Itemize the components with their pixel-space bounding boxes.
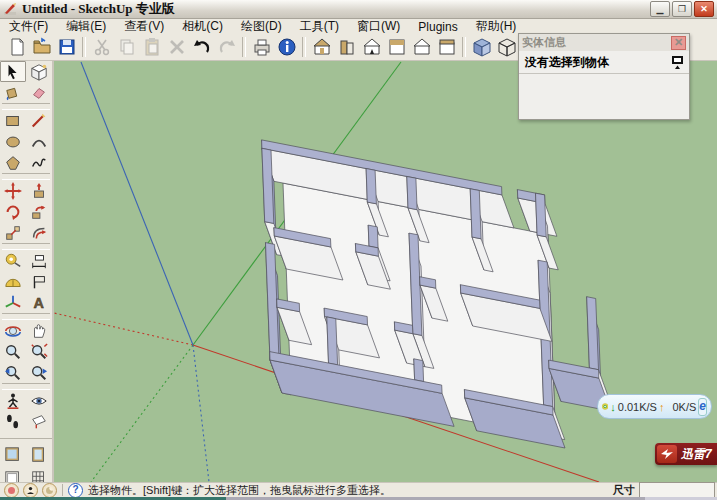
window-glass-icon: [4, 446, 22, 464]
palette-separator: [2, 173, 50, 180]
sketchup-window: { "window": { "title": "Untitled - Sketc…: [0, 0, 717, 500]
scale-tool-button[interactable]: [0, 222, 26, 243]
open-button[interactable]: [29, 35, 54, 59]
window-framed-button[interactable]: [26, 443, 52, 467]
up-arrow-icon: ↑: [659, 401, 665, 413]
zoom-extents-tool-button[interactable]: [26, 341, 52, 362]
window-framed-icon: [30, 446, 48, 464]
line-tool-button[interactable]: [26, 110, 52, 131]
save-button[interactable]: [54, 35, 79, 59]
wall-7-top: [368, 225, 378, 248]
freehand-tool-button[interactable]: [26, 152, 52, 173]
polygon-icon: [4, 154, 22, 172]
text3d-icon: A: [30, 294, 48, 312]
wall-20-top: [327, 317, 338, 365]
svg-text:A: A: [34, 295, 45, 311]
model-badge-icon[interactable]: [42, 483, 57, 498]
tape-tool-button[interactable]: [0, 250, 26, 271]
position-camera-tool-button[interactable]: [0, 390, 26, 411]
wall-2-top: [536, 193, 547, 237]
rectangle-tool-button[interactable]: [0, 110, 26, 131]
view-section-button[interactable]: [434, 35, 459, 59]
minimize-button[interactable]: ▁: [650, 1, 670, 17]
position-camera-icon: [4, 392, 22, 410]
view-left-button[interactable]: [334, 35, 359, 59]
dimension-tool-button[interactable]: [26, 250, 52, 271]
select-tool-button[interactable]: [0, 61, 26, 82]
menu-item-8[interactable]: Plugins: [409, 19, 466, 35]
app-icon: [3, 2, 17, 16]
zoom-previous-tool-button[interactable]: [0, 362, 26, 383]
credit-badge-icon[interactable]: [23, 483, 38, 498]
view-back-button[interactable]: [409, 35, 434, 59]
thunder-launcher[interactable]: 迅雷7: [655, 443, 717, 465]
circle-tool-button[interactable]: [0, 131, 26, 152]
tool-palette: A: [0, 61, 54, 482]
scale-icon: [4, 224, 22, 242]
orbit-tool-button[interactable]: [0, 320, 26, 341]
thunder-label: 迅雷7: [681, 446, 712, 463]
paint-tool-button[interactable]: [0, 82, 26, 103]
cut-icon: [92, 37, 112, 57]
component-icon: [30, 63, 48, 81]
blue-axis: [81, 62, 193, 345]
pan-tool-button[interactable]: [26, 320, 52, 341]
copy-button: [114, 35, 139, 59]
view-iso-button[interactable]: [309, 35, 334, 59]
zoom-next-tool-button[interactable]: [26, 362, 52, 383]
view-top-button[interactable]: [384, 35, 409, 59]
arc-tool-button[interactable]: [26, 131, 52, 152]
measurement-input[interactable]: [639, 482, 715, 498]
download-speed-widget[interactable]: ↓ 0.01K/S ↑ 0K/S e: [597, 394, 712, 419]
section-plane-tool-button[interactable]: [26, 411, 52, 432]
zoom-tool-button[interactable]: [0, 341, 26, 362]
entity-info-title: 实体信息: [522, 35, 566, 50]
upload-speed-value: 0K/S: [672, 401, 696, 413]
new-button[interactable]: [4, 35, 29, 59]
walk-tool-button[interactable]: [0, 411, 26, 432]
entity-info-titlebar[interactable]: 实体信息 ✕: [519, 34, 689, 51]
component-tool-button[interactable]: [26, 61, 52, 82]
rotate-tool-button[interactable]: [0, 201, 26, 222]
zoom-previous-icon: [4, 364, 22, 382]
details-toggle-icon[interactable]: [671, 55, 684, 71]
text-tool-button[interactable]: [26, 271, 52, 292]
text3d-tool-button[interactable]: A: [26, 292, 52, 313]
eraser-tool-button[interactable]: [26, 82, 52, 103]
paste-button: [139, 35, 164, 59]
move-tool-button[interactable]: [0, 180, 26, 201]
entity-info-close-button[interactable]: ✕: [671, 36, 686, 50]
entity-info-panel: 实体信息 ✕ 没有选择到物体: [518, 33, 690, 120]
move-icon: [4, 182, 22, 200]
down-arrow-icon: ↓: [610, 401, 616, 413]
print-button[interactable]: [249, 35, 274, 59]
view-front-button[interactable]: [359, 35, 384, 59]
redo-icon: [217, 37, 237, 57]
browser-button[interactable]: e: [698, 398, 707, 416]
section-plane-icon: [30, 413, 48, 431]
window-glass-button[interactable]: [0, 443, 26, 467]
measurement-label: 尺寸: [613, 483, 635, 498]
geo-badge-icon[interactable]: [4, 483, 19, 498]
look-around-icon: [30, 392, 48, 410]
undo-icon: [192, 37, 212, 57]
axes-tool-button[interactable]: [0, 292, 26, 313]
protractor-tool-button[interactable]: [0, 271, 26, 292]
undo-button[interactable]: [189, 35, 214, 59]
style-wireframe-button[interactable]: [494, 35, 519, 59]
model-info-button[interactable]: [274, 35, 299, 59]
style-xray-button[interactable]: [469, 35, 494, 59]
save-icon: [57, 37, 77, 57]
offset-tool-button[interactable]: [26, 222, 52, 243]
pushpull-tool-button[interactable]: [26, 180, 52, 201]
look-around-tool-button[interactable]: [26, 390, 52, 411]
close-button[interactable]: ✕: [694, 1, 714, 17]
followme-tool-button[interactable]: [26, 201, 52, 222]
zoom-icon: [4, 343, 22, 361]
protractor-icon: [4, 273, 22, 291]
toolbar-separator: [462, 37, 466, 57]
help-icon[interactable]: ?: [68, 483, 83, 498]
restore-button[interactable]: ❐: [672, 1, 692, 17]
polygon-tool-button[interactable]: [0, 152, 26, 173]
palette-separator: [2, 383, 50, 390]
